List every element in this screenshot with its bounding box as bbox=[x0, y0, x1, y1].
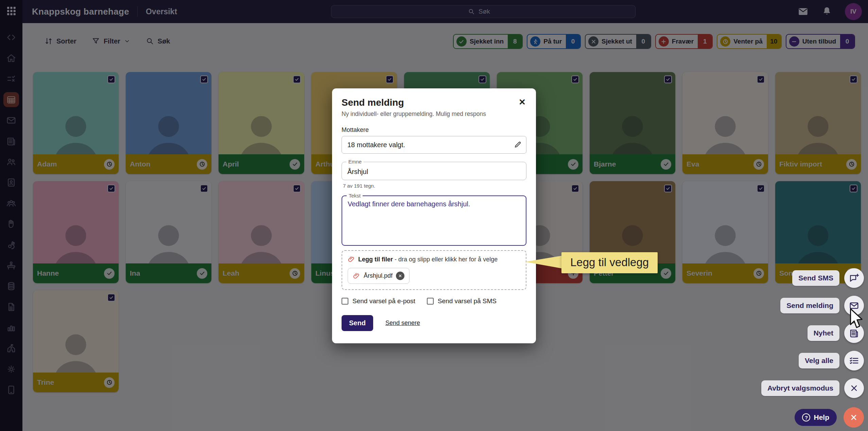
list-check-icon-button[interactable] bbox=[844, 351, 864, 370]
subject-field[interactable] bbox=[342, 162, 526, 180]
attachment-chip[interactable]: Årshjul.pdf bbox=[348, 268, 410, 284]
body-label: Tekst bbox=[347, 193, 363, 199]
chat-plus-icon-button[interactable] bbox=[844, 268, 864, 288]
tooltip: Legg til vedlegg bbox=[561, 252, 658, 273]
email-notify-checkbox[interactable]: Send varsel på e-post bbox=[342, 297, 415, 305]
fab-row-send-sms: Send SMS bbox=[792, 268, 864, 288]
paperclip-icon bbox=[353, 272, 360, 280]
fab-row-velg-alle: Velg alle bbox=[799, 351, 864, 370]
char-counter: 7 av 191 tegn. bbox=[343, 183, 526, 189]
close-icon bbox=[849, 413, 858, 422]
help-row: ? Help bbox=[795, 407, 864, 428]
checkbox-box[interactable] bbox=[342, 298, 348, 305]
help-label: Help bbox=[814, 413, 829, 421]
question-mark-icon: ? bbox=[802, 413, 810, 421]
dropzone-title: Legg til filer bbox=[358, 256, 393, 263]
recipients-field[interactable] bbox=[342, 136, 526, 154]
send-message-modal: Send melding ✕ Ny individuell- eller gru… bbox=[332, 88, 536, 343]
checkbox-box[interactable] bbox=[427, 298, 434, 305]
app-root: Knappskog barnehage Oversikt IV Sorter F… bbox=[0, 0, 868, 431]
paperclip-icon bbox=[348, 256, 355, 263]
body-fieldset: Tekst Vedlagt finner dere barnehagens år… bbox=[342, 195, 526, 246]
modal-title: Send melding bbox=[342, 97, 404, 108]
close-icon bbox=[398, 274, 402, 278]
send-later-link[interactable]: Send senere bbox=[385, 320, 420, 327]
file-dropzone[interactable]: Legg til filer - dra og slipp eller klik… bbox=[342, 250, 526, 290]
attachment-name: Årshjul.pdf bbox=[364, 272, 393, 279]
fab-row-nyhet: Nyhet bbox=[808, 323, 864, 343]
sms-notify-label: Send varsel på SMS bbox=[438, 297, 497, 305]
sms-notify-checkbox[interactable]: Send varsel på SMS bbox=[427, 297, 497, 305]
modal-subtitle: Ny individuell- eller gruppemelding. Mul… bbox=[342, 110, 526, 118]
close-widget-button[interactable] bbox=[844, 407, 864, 428]
help-button[interactable]: ? Help bbox=[795, 409, 837, 426]
recipients-label: Mottakere bbox=[342, 126, 526, 134]
subject-fieldset: Emne bbox=[342, 162, 526, 180]
body-field[interactable]: Vedlagt finner dere barnehagens årshjul. bbox=[342, 196, 526, 245]
fab-row-avbryt-valgsmodus: Avbryt valgsmodus bbox=[761, 378, 864, 398]
send-button[interactable]: Send bbox=[342, 315, 373, 331]
fab-label[interactable]: Avbryt valgsmodus bbox=[761, 380, 839, 396]
fab-label[interactable]: Send SMS bbox=[792, 270, 839, 286]
dropzone-hint: - dra og slipp eller klikk her for å vel… bbox=[395, 256, 498, 263]
fab-label[interactable]: Nyhet bbox=[808, 325, 839, 341]
fab-label[interactable]: Send melding bbox=[780, 298, 839, 313]
x-icon-button[interactable] bbox=[844, 378, 864, 398]
news-icon-button[interactable] bbox=[844, 323, 864, 343]
email-notify-label: Send varsel på e-post bbox=[352, 297, 415, 305]
close-icon[interactable]: ✕ bbox=[518, 97, 526, 107]
subject-label: Emne bbox=[346, 159, 364, 165]
remove-attachment-button[interactable] bbox=[396, 272, 404, 280]
fab-stack: Send SMSSend meldingNyhetVelg alleAvbryt… bbox=[761, 268, 864, 398]
fab-row-send-melding: Send melding bbox=[780, 296, 864, 315]
fab-label[interactable]: Velg alle bbox=[799, 353, 839, 368]
edit-pencil-icon[interactable] bbox=[514, 141, 522, 149]
mail-icon-button[interactable] bbox=[844, 296, 864, 315]
